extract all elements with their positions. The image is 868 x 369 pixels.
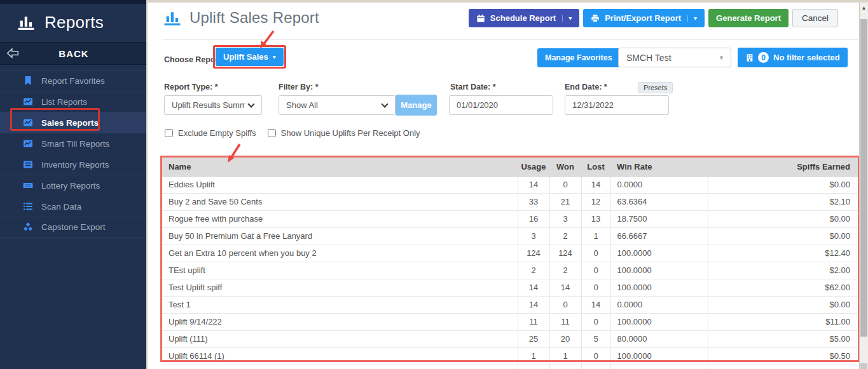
cell-usage: 14 (518, 176, 549, 193)
cell-name: Buy 2 and Save 50 Cents (162, 193, 518, 210)
header-divider (163, 39, 858, 40)
page-title: Uplift Sales Report (189, 9, 319, 27)
calendar-icon (476, 14, 485, 23)
table-row[interactable]: Rogue free with purchase 16 3 13 18.7500… (162, 210, 858, 227)
column-header-won: Won (549, 158, 581, 176)
chevron-down-icon[interactable]: ▾ (562, 15, 572, 22)
sidebar-item-list-reports[interactable]: List Reports (0, 91, 146, 112)
sidebar-item-label: Sales Reports (41, 118, 99, 128)
app-title: Reports (45, 13, 104, 32)
exclude-empty-spiffs-checkbox[interactable] (165, 129, 173, 137)
report-table-body: Eddies Uplift 14 0 14 0.0000 $0.00 Buy 2… (162, 176, 858, 369)
table-row[interactable]: New Uplift 10/14/2022 27 1 22 4.3415 $2.… (162, 365, 858, 369)
table-row[interactable]: Eddies Uplift 14 0 14 0.0000 $0.00 (162, 176, 858, 193)
cell-win-rate: 100.0000 (610, 279, 708, 296)
cell-win-rate: 100.0000 (610, 245, 708, 262)
scrollbar-up-arrow[interactable]: ▲ (860, 5, 868, 11)
unique-uplifts-checkbox[interactable] (268, 129, 276, 137)
column-header-name: Name (162, 158, 518, 176)
cell-spiffs-earned: $5.00 (708, 330, 858, 347)
vertical-scrollbar[interactable]: ▲ (859, 3, 868, 369)
checkbox-row: Exclude Empty Spiffs Show Unique Uplifts… (165, 128, 427, 138)
table-row[interactable]: Buy 2 and Save 50 Cents 33 21 12 63.6364… (162, 193, 858, 210)
cell-spiffs-earned: $2.10 (708, 193, 858, 210)
cell-win-rate: 18.7500 (610, 210, 708, 227)
cell-name: Eddies Uplift (162, 176, 518, 193)
sidebar-item-inventory-reports[interactable]: Inventory Reports (0, 154, 146, 175)
sidebar-item-capstone-export[interactable]: Capstone Export (0, 217, 146, 238)
filter-by-select[interactable]: Show All (279, 95, 396, 115)
cell-lost: 14 (581, 296, 610, 313)
chevron-down-icon (247, 100, 254, 107)
cancel-button[interactable]: Cancel (792, 9, 838, 27)
cell-win-rate: 4.3415 (610, 365, 708, 369)
cell-won: 3 (549, 210, 581, 227)
presets-button[interactable]: Presets (638, 82, 673, 93)
table-row[interactable]: Uplift 66114 (1) 1 1 0 100.0000 $0.50 (162, 347, 858, 365)
building-icon (745, 53, 754, 62)
scrollbar-thumb[interactable] (860, 19, 867, 337)
bookmark-icon (23, 76, 33, 86)
table-row[interactable]: Uplift (111) 25 20 5 80.0000 $5.00 (162, 330, 858, 347)
sidebar-item-label: Scan Data (41, 202, 81, 211)
table-row[interactable]: Uplift 9/14/222 11 11 0 100.0000 $11.00 (162, 313, 858, 330)
cell-won: 20 (549, 330, 581, 347)
cell-spiffs-earned: $2.00 (708, 262, 858, 279)
generate-report-button[interactable]: Generate Report (708, 9, 789, 27)
cell-name: Rogue free with purchase (162, 210, 518, 227)
cell-spiffs-earned: $62.00 (708, 279, 858, 296)
column-header-spiffs-earned: Spiffs Earned (708, 158, 858, 176)
chart-line-icon (23, 138, 33, 149)
sidebar-item-report-favorites[interactable]: Report Favorites (0, 70, 146, 91)
sidebar-item-lottery-reports[interactable]: Lottery Reports (0, 175, 146, 196)
sidebar-item-label: Lottery Reports (41, 181, 100, 191)
column-header-win-rate: Win Rate (610, 158, 708, 176)
cell-win-rate: 100.0000 (610, 313, 708, 330)
end-date-input[interactable] (565, 96, 668, 114)
table-row[interactable]: Get an Extra 10 percent when you buy 2 1… (162, 245, 858, 262)
sidebar-item-smart-till-reports[interactable]: Smart Till Reports (0, 133, 146, 154)
cell-win-rate: 100.0000 (610, 347, 708, 365)
table-row[interactable]: Test Uplift spiff 14 14 0 100.0000 $62.0… (162, 279, 858, 296)
sidebar-item-scan-data[interactable]: Scan Data (0, 196, 146, 217)
back-button[interactable]: BACK (0, 42, 146, 65)
ticket-icon (23, 180, 33, 191)
manage-favorites-button[interactable]: Manage Favorites (537, 48, 620, 67)
cell-lost: 0 (581, 262, 610, 279)
scrollbar-corner (860, 363, 867, 369)
cell-name: Test Uplift spiff (162, 279, 518, 296)
uplift-sales-dropdown-button[interactable]: Uplift Sales ▾ (216, 48, 284, 66)
generate-report-label: Generate Report (716, 13, 781, 23)
manage-filter-button[interactable]: Manage (396, 95, 437, 116)
sidebar-item-sales-reports[interactable]: Sales Reports (0, 112, 146, 133)
end-date-label: End Date: * (565, 83, 607, 91)
table-header-row: Name Usage Won Lost Win Rate Spiffs Earn… (162, 158, 858, 176)
sidebar-item-label: Capstone Export (41, 222, 106, 232)
filter-button-label: No filter selected (773, 53, 840, 62)
table-row[interactable]: TEst uplift 2 2 0 100.0000 $2.00 (162, 262, 858, 279)
cell-won: 11 (549, 313, 581, 330)
cell-won: 2 (549, 262, 581, 279)
filter-selected-button[interactable]: 0 No filter selected (738, 48, 848, 67)
table-row[interactable]: Buy 50 in Premium Gat a Free Lanyard 3 2… (162, 227, 858, 245)
cell-usage: 16 (518, 210, 549, 227)
cell-lost: 22 (581, 365, 610, 369)
chevron-down-icon[interactable]: ▾ (687, 15, 697, 22)
print-export-button[interactable]: Print/Export Report ▾ (583, 9, 705, 27)
cell-spiffs-earned: $12.40 (708, 245, 858, 262)
favorite-select[interactable]: SMCH Test ▼ (618, 48, 731, 67)
cell-name: Buy 50 in Premium Gat a Free Lanyard (162, 227, 518, 245)
start-date-input[interactable] (450, 96, 553, 114)
schedule-report-button[interactable]: Schedule Report ▾ (469, 9, 579, 27)
cell-name: Get an Extra 10 percent when you buy 2 (162, 245, 518, 262)
cell-won: 1 (549, 347, 581, 365)
chevron-down-icon: ▾ (273, 53, 276, 60)
cell-spiffs-earned: $0.00 (708, 210, 858, 227)
presets-label: Presets (644, 84, 667, 91)
cell-usage: 14 (518, 296, 549, 313)
main-content: Uplift Sales Report Schedule Report ▾ Pr… (148, 0, 868, 369)
report-type-select[interactable]: Uplift Results Summa (164, 95, 262, 115)
table-row[interactable]: Test 1 14 0 14 0.0000 $0.00 (162, 296, 858, 313)
dropdown-arrow-icon: ▼ (719, 55, 724, 61)
cell-usage: 33 (518, 193, 549, 210)
